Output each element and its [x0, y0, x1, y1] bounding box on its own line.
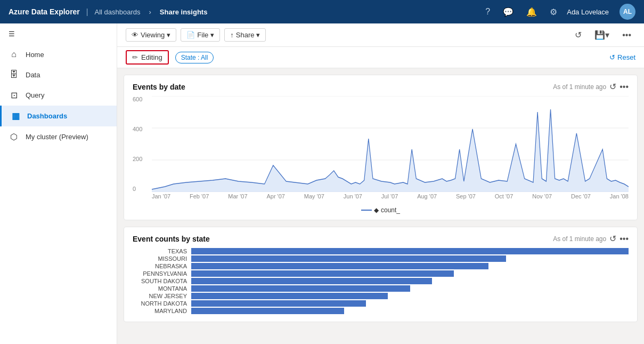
y-label-400: 400 [133, 126, 152, 132]
events-chart-area: 0 200 400 600 [133, 96, 629, 213]
more-events-icon[interactable]: ••• [619, 82, 629, 92]
events-line-chart [152, 96, 629, 192]
viewing-label: Viewing [141, 31, 165, 39]
bar-row-maryland: MARYLAND [133, 308, 629, 314]
x-axis-labels: Jan '07 Feb '07 Mar '07 Apr '07 May '07 … [152, 193, 629, 199]
bar-label-new-jersey: NEW JERSEY [133, 293, 191, 299]
bar-row-new-jersey: NEW JERSEY [133, 293, 629, 299]
more-options-button[interactable]: ••• [618, 28, 635, 42]
user-avatar[interactable]: AL [619, 4, 635, 20]
bar-fill-north-dakota [191, 300, 366, 307]
chart-legend: ◆ count_ [133, 205, 629, 214]
file-icon: 📄 [186, 31, 195, 39]
legend-label: count_ [381, 206, 400, 214]
x-label-aug07: Aug '07 [417, 193, 437, 199]
share-chevron-icon: ▾ [256, 31, 260, 39]
sidebar-item-cluster[interactable]: ⬡ My cluster (Preview) [0, 126, 117, 147]
nav-separator: | [86, 7, 88, 16]
cluster-icon: ⬡ [9, 132, 19, 142]
eye-icon: 👁 [132, 31, 138, 39]
file-label: File [197, 31, 208, 39]
sidebar-item-data-label: Data [26, 71, 40, 79]
top-nav: Azure Data Explorer | All dashboards › S… [0, 0, 644, 23]
bar-fill-pennsylvania [191, 270, 454, 277]
bar-label-south-dakota: SOUTH DAKOTA [133, 278, 191, 284]
reset-label: Reset [617, 53, 635, 61]
breadcrumb-all-dashboards[interactable]: All dashboards [94, 8, 140, 16]
editing-filter-row: ✏ Editing State : All ↺ Reset [117, 47, 644, 68]
bar-label-missouri: MISSOURI [133, 255, 191, 262]
notifications-icon[interactable]: 🔔 [526, 7, 537, 17]
viewing-button[interactable]: 👁 Viewing ▾ [126, 28, 176, 42]
breadcrumb-chevron: › [149, 8, 151, 16]
panel-title-states: Event counts by state [133, 235, 210, 243]
brand-name: Azure Data Explorer [9, 7, 80, 16]
sidebar: ☰ ⌂ Home 🗄 Data ⊡ Query ▦ Dashboards ⬡ M… [0, 23, 117, 344]
bar-fill-montana [191, 285, 410, 292]
share-icon: ↑ [230, 31, 234, 39]
state-filter[interactable]: State : All [175, 52, 214, 63]
bar-chart-area: TEXAS MISSOURI NEBRASKA PENNSYLVANIA [133, 248, 629, 314]
bar-row-missouri: MISSOURI [133, 255, 629, 262]
event-counts-by-state-panel: Event counts by state As of 1 minute ago… [124, 227, 638, 322]
settings-icon[interactable]: ⚙ [550, 7, 557, 17]
bar-label-nebraska: NEBRASKA [133, 263, 191, 269]
refresh-events-icon[interactable]: ↺ [609, 82, 616, 92]
edit-icon: ✏ [132, 53, 138, 61]
x-label-may07: May '07 [304, 193, 324, 199]
sidebar-item-query-label: Query [26, 91, 44, 99]
bar-row-north-dakota: NORTH DAKOTA [133, 300, 629, 307]
bar-row-nebraska: NEBRASKA [133, 263, 629, 269]
bar-row-south-dakota: SOUTH DAKOTA [133, 278, 629, 284]
toolbar: 👁 Viewing ▾ 📄 File ▾ ↑ Share ▾ ↺ 💾▾ ••• [117, 23, 644, 47]
panel-meta-events: As of 1 minute ago [553, 83, 606, 91]
more-states-icon[interactable]: ••• [619, 234, 629, 244]
bar-fill-missouri [191, 255, 506, 262]
bar-fill-new-jersey [191, 293, 388, 299]
x-label-jan07: Jan '07 [152, 193, 170, 199]
editing-box[interactable]: ✏ Editing [126, 50, 169, 65]
y-label-600: 600 [133, 96, 152, 102]
legend-dot [361, 210, 372, 211]
breadcrumb-current: Share insights [160, 8, 208, 16]
sidebar-item-query[interactable]: ⊡ Query [0, 85, 117, 106]
x-label-sep07: Sep '07 [456, 193, 476, 199]
editing-label: Editing [141, 53, 162, 61]
share-label: Share [236, 31, 255, 39]
reset-icon: ↺ [609, 53, 615, 61]
sidebar-item-data[interactable]: 🗄 Data [0, 65, 117, 85]
sidebar-item-cluster-label: My cluster (Preview) [26, 133, 88, 141]
bar-label-north-dakota: NORTH DAKOTA [133, 300, 191, 307]
main-content: 👁 Viewing ▾ 📄 File ▾ ↑ Share ▾ ↺ 💾▾ ••• … [117, 23, 644, 344]
y-label-200: 200 [133, 156, 152, 162]
x-label-jul07: Jul '07 [381, 193, 398, 199]
viewing-chevron-icon: ▾ [167, 31, 170, 39]
panel-title-events: Events by date [133, 83, 185, 91]
bar-fill-nebraska [191, 263, 488, 269]
bar-label-montana: MONTANA [133, 285, 191, 292]
hamburger-menu[interactable]: ☰ [0, 23, 117, 44]
x-label-oct07: Oct '07 [495, 193, 513, 199]
share-button[interactable]: ↑ Share ▾ [224, 28, 266, 42]
file-chevron-icon: ▾ [210, 31, 214, 39]
bar-fill-maryland [191, 308, 344, 314]
save-button[interactable]: 💾▾ [590, 28, 614, 42]
reset-button[interactable]: ↺ Reset [609, 53, 635, 61]
sidebar-item-dashboards[interactable]: ▦ Dashboards [0, 106, 117, 126]
query-icon: ⊡ [9, 90, 19, 100]
x-label-jan08: Jan '08 [610, 193, 629, 199]
refresh-states-icon[interactable]: ↺ [609, 234, 616, 244]
bar-row-pennsylvania: PENNSYLVANIA [133, 270, 629, 277]
refresh-button[interactable]: ↺ [570, 28, 586, 42]
events-by-date-panel: Events by date As of 1 minute ago ↺ ••• … [124, 75, 638, 220]
sidebar-item-home[interactable]: ⌂ Home [0, 44, 117, 65]
bar-label-maryland: MARYLAND [133, 308, 191, 314]
file-button[interactable]: 📄 File ▾ [181, 28, 220, 42]
help-icon[interactable]: ? [485, 7, 490, 17]
y-label-0: 0 [133, 186, 152, 192]
bar-row-montana: MONTANA [133, 285, 629, 292]
x-label-mar07: Mar '07 [228, 193, 247, 199]
data-icon: 🗄 [9, 70, 19, 79]
sidebar-item-dashboards-label: Dashboards [27, 112, 67, 120]
feedback-icon[interactable]: 💬 [503, 7, 513, 17]
